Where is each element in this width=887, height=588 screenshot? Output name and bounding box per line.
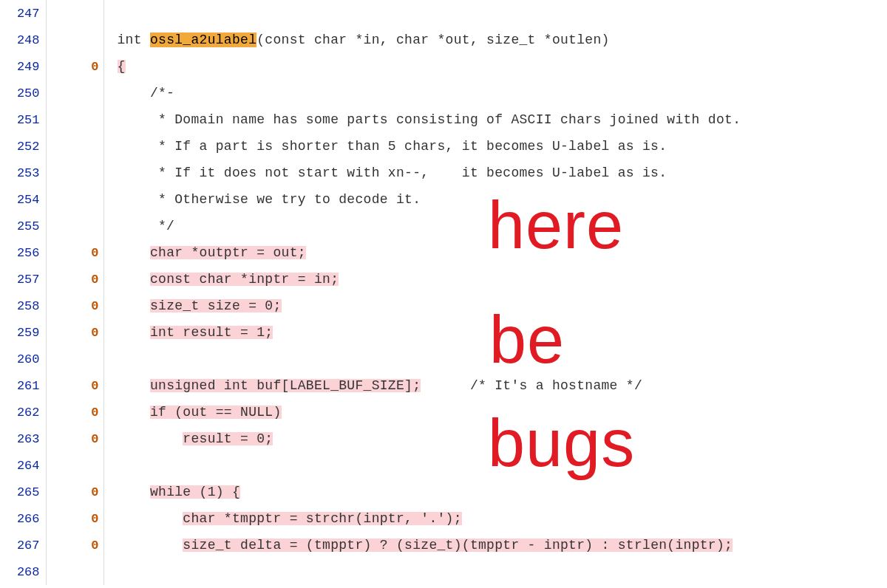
source-line[interactable]: int ossl_a2ulabel(const char *in, char *… xyxy=(103,27,887,53)
coverage-count: 0 xyxy=(46,53,103,80)
line-number[interactable]: 259 xyxy=(0,319,46,346)
code-row: 260 xyxy=(0,346,887,372)
src-indent xyxy=(118,538,183,553)
line-number[interactable]: 248 xyxy=(0,27,46,53)
line-number[interactable]: 265 xyxy=(0,479,46,505)
source-line[interactable]: const char *inptr = in; xyxy=(103,266,887,293)
code-row: 264 xyxy=(0,452,887,479)
source-line[interactable]: * If it does not start with xn--, it bec… xyxy=(103,160,887,186)
source-line[interactable]: * Domain name has some parts consisting … xyxy=(103,106,887,133)
src-indent xyxy=(118,378,150,393)
line-number[interactable]: 260 xyxy=(0,346,46,372)
line-number[interactable]: 258 xyxy=(0,293,46,319)
line-number[interactable]: 250 xyxy=(0,80,46,106)
coverage-count: 0 xyxy=(46,425,103,452)
source-line[interactable]: char *tmpptr = strchr(inptr, '.'); xyxy=(103,505,887,532)
code-row: 2660 char *tmpptr = strchr(inptr, '.'); xyxy=(0,505,887,532)
source-line[interactable]: int result = 1; xyxy=(103,319,887,346)
coverage-count: 0 xyxy=(46,293,103,319)
src-indent xyxy=(118,431,183,446)
source-line[interactable]: /*- xyxy=(103,80,887,106)
uncovered-segment: int result = 1; xyxy=(150,326,273,339)
code-row: 253 * If it does not start with xn--, it… xyxy=(0,160,887,186)
uncovered-segment: size_t delta = (tmpptr) ? (size_t)(tmppt… xyxy=(183,539,733,552)
code-row: 2590 int result = 1; xyxy=(0,319,887,346)
line-number[interactable]: 247 xyxy=(0,0,46,27)
coverage-count xyxy=(46,106,103,133)
source-line[interactable] xyxy=(103,452,887,479)
uncovered-segment: const char *inptr = in; xyxy=(150,273,339,286)
code-row: 268 xyxy=(0,558,887,585)
uncovered-segment: while (1) { xyxy=(150,485,240,499)
code-row: 248int ossl_a2ulabel(const char *in, cha… xyxy=(0,27,887,53)
source-line[interactable]: char *outptr = out; xyxy=(103,239,887,266)
line-number[interactable]: 264 xyxy=(0,452,46,479)
coverage-count: 0 xyxy=(46,399,103,425)
coverage-count: 0 xyxy=(46,319,103,346)
src-text: int xyxy=(118,33,150,47)
src-indent xyxy=(118,325,150,340)
coverage-count xyxy=(46,558,103,585)
line-number[interactable]: 261 xyxy=(0,372,46,399)
source-line[interactable]: * Otherwise we try to decode it. xyxy=(103,186,887,213)
code-table: 247248int ossl_a2ulabel(const char *in, … xyxy=(0,0,887,585)
coverage-count xyxy=(46,0,103,27)
uncovered-segment: result = 0; xyxy=(183,432,273,445)
coverage-count xyxy=(46,133,103,160)
coverage-count: 0 xyxy=(46,372,103,399)
src-indent xyxy=(118,485,150,499)
coverage-count: 0 xyxy=(46,239,103,266)
code-row: 2610 unsigned int buf[LABEL_BUF_SIZE]; /… xyxy=(0,372,887,399)
function-name-highlight: ossl_a2ulabel xyxy=(150,33,256,47)
code-row: 2580 size_t size = 0; xyxy=(0,293,887,319)
coverage-count: 0 xyxy=(46,505,103,532)
uncovered-segment: char *tmpptr = strchr(inptr, '.'); xyxy=(183,512,461,525)
code-row: 2560 char *outptr = out; xyxy=(0,239,887,266)
source-line[interactable]: unsigned int buf[LABEL_BUF_SIZE]; /* It'… xyxy=(103,372,887,399)
coverage-count xyxy=(46,186,103,213)
source-line[interactable]: size_t size = 0; xyxy=(103,293,887,319)
line-number[interactable]: 249 xyxy=(0,53,46,80)
source-line[interactable]: * If a part is shorter than 5 chars, it … xyxy=(103,133,887,160)
line-number[interactable]: 268 xyxy=(0,558,46,585)
line-number[interactable]: 254 xyxy=(0,186,46,213)
src-text: * If it does not start with xn--, it bec… xyxy=(118,165,667,180)
line-number[interactable]: 253 xyxy=(0,160,46,186)
line-number[interactable]: 252 xyxy=(0,133,46,160)
source-line[interactable]: result = 0; xyxy=(103,425,887,452)
code-body: 247248int ossl_a2ulabel(const char *in, … xyxy=(0,0,887,585)
code-row: 2650 while (1) { xyxy=(0,479,887,505)
source-line[interactable]: */ xyxy=(103,213,887,239)
code-row: 2620 if (out == NULL) xyxy=(0,399,887,425)
line-number[interactable]: 266 xyxy=(0,505,46,532)
code-row: 2570 const char *inptr = in; xyxy=(0,266,887,293)
coverage-count: 0 xyxy=(46,532,103,558)
source-line[interactable]: while (1) { xyxy=(103,479,887,505)
line-number[interactable]: 256 xyxy=(0,239,46,266)
source-line[interactable]: size_t delta = (tmpptr) ? (size_t)(tmppt… xyxy=(103,532,887,558)
line-number[interactable]: 262 xyxy=(0,399,46,425)
line-number[interactable]: 267 xyxy=(0,532,46,558)
code-row: 255 */ xyxy=(0,213,887,239)
code-row: 2490{ xyxy=(0,53,887,80)
coverage-count xyxy=(46,27,103,53)
code-row: 247 xyxy=(0,0,887,27)
line-number[interactable]: 255 xyxy=(0,213,46,239)
src-text: */ xyxy=(118,219,175,233)
code-row: 2630 result = 0; xyxy=(0,425,887,452)
coverage-count: 0 xyxy=(46,479,103,505)
coverage-count xyxy=(46,160,103,186)
src-indent xyxy=(118,245,150,260)
source-line[interactable] xyxy=(103,558,887,585)
source-line[interactable] xyxy=(103,0,887,27)
code-row: 252 * If a part is shorter than 5 chars,… xyxy=(0,133,887,160)
source-line[interactable]: if (out == NULL) xyxy=(103,399,887,425)
line-number[interactable]: 257 xyxy=(0,266,46,293)
line-number[interactable]: 263 xyxy=(0,425,46,452)
source-line[interactable] xyxy=(103,346,887,372)
coverage-count xyxy=(46,80,103,106)
source-line[interactable]: { xyxy=(103,53,887,80)
coverage-count xyxy=(46,213,103,239)
line-number[interactable]: 251 xyxy=(0,106,46,133)
src-text: * If a part is shorter than 5 chars, it … xyxy=(118,139,667,154)
